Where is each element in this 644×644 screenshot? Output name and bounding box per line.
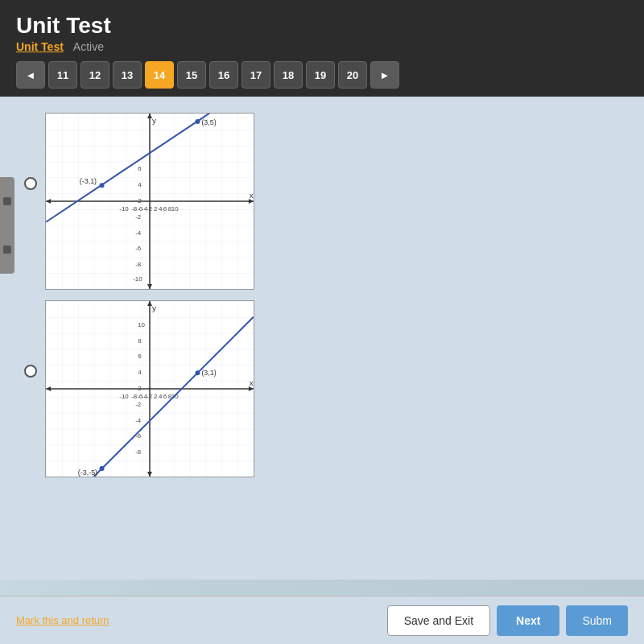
svg-point-65 [100,466,105,471]
svg-text:-8: -8 [135,448,142,456]
page-17[interactable]: 17 [242,61,270,89]
option2-radio[interactable] [24,365,37,378]
svg-text:4: 4 [159,393,163,400]
svg-text:10: 10 [138,321,145,328]
breadcrumb-unit-link[interactable]: Unit Test [16,40,64,53]
save-exit-button[interactable]: Save and Exit [387,605,490,636]
svg-point-63 [195,370,200,375]
svg-text:-2: -2 [135,213,141,221]
svg-text:-2: -2 [135,401,141,408]
svg-text:-6: -6 [135,245,142,252]
next-button[interactable]: Next [497,605,559,636]
page-14[interactable]: 14 [145,61,174,89]
option1-radio[interactable] [24,177,37,190]
page-title: Unit Test [16,6,628,39]
svg-text:6: 6 [138,353,142,360]
breadcrumb-status: Active [73,40,104,53]
graph-option1: x y -10 -8 -6 -4 -2 2 4 6 8 10 6 4 2 [45,113,254,290]
svg-point-31 [100,183,105,188]
svg-text:(3,1): (3,1) [201,369,216,377]
svg-text:4: 4 [138,369,142,376]
svg-text:-2: -2 [147,393,152,400]
svg-text:8: 8 [138,337,142,345]
page-16[interactable]: 16 [209,61,238,89]
svg-text:-4: -4 [135,229,142,237]
svg-text:y: y [152,116,156,125]
svg-text:6: 6 [163,205,167,213]
pagination-next[interactable]: ► [370,61,399,89]
svg-text:-8: -8 [135,261,142,268]
page-20[interactable]: 20 [338,61,367,89]
svg-text:(-3,-5): (-3,-5) [78,469,97,477]
submit-button[interactable]: Subm [566,605,628,636]
svg-text:-10: -10 [119,393,129,400]
svg-text:x: x [250,191,254,200]
svg-text:2: 2 [138,197,141,204]
svg-text:-10: -10 [119,205,129,213]
svg-text:6: 6 [138,165,142,172]
svg-text:2: 2 [154,205,157,213]
svg-text:-2: -2 [147,205,152,213]
svg-text:(-3,1): (-3,1) [80,177,97,185]
svg-text:-4: -4 [135,417,142,424]
pagination-prev[interactable]: ◄ [16,61,45,89]
page-15[interactable]: 15 [177,61,206,89]
page-13[interactable]: 13 [113,61,142,89]
page-19[interactable]: 19 [306,61,335,89]
svg-text:x: x [250,378,254,387]
svg-point-29 [195,119,200,124]
svg-text:2: 2 [138,385,141,392]
svg-text:2: 2 [154,393,157,400]
page-18[interactable]: 18 [274,61,303,89]
svg-text:6: 6 [163,393,167,400]
page-11[interactable]: 11 [48,61,77,89]
svg-text:(3,5): (3,5) [201,118,216,126]
svg-text:y: y [152,303,156,312]
svg-text:4: 4 [138,181,142,188]
svg-text:10: 10 [171,205,179,213]
mark-return-link[interactable]: Mark this and return [16,614,109,626]
page-12[interactable]: 12 [80,61,109,89]
svg-text:4: 4 [159,205,163,213]
graph-option2: x y -10 -8 -6 -4 -2 2 4 6 8 10 10 8 [45,300,254,477]
svg-text:-10: -10 [133,275,142,283]
